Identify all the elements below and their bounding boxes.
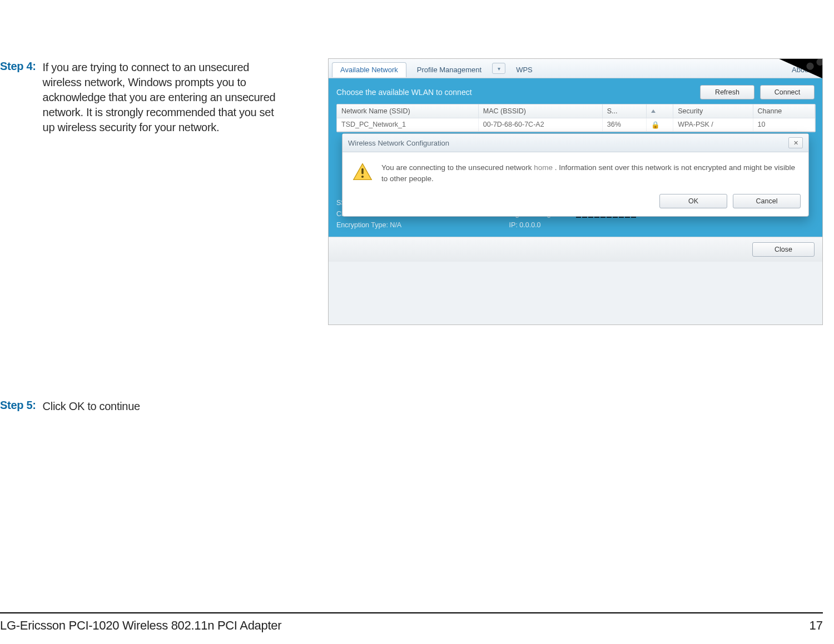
dialog-message: You are connecting to the unsecured netw… — [381, 162, 798, 185]
sort-asc-icon — [651, 109, 656, 113]
warning-icon — [353, 162, 373, 181]
ok-button[interactable]: OK — [659, 194, 727, 208]
dialog-title-text: Wireless Network Configuration — [348, 139, 449, 147]
dialog-titlebar: Wireless Network Configuration ✕ — [342, 134, 808, 152]
close-button[interactable]: Close — [752, 242, 815, 257]
cell-lock: 🔒 — [647, 118, 673, 131]
step-4-block: Step 4: If you are trying to connect to … — [0, 60, 287, 135]
screenshot-footer: Close — [329, 237, 822, 262]
info-encryption: Encryption Type: N/A — [336, 221, 496, 229]
svg-rect-1 — [361, 168, 364, 174]
cell-signal: 36% — [603, 118, 647, 131]
unsecured-network-dialog: Wireless Network Configuration ✕ You are… — [342, 133, 809, 217]
col-sort[interactable] — [647, 104, 673, 118]
tab-bar: Available Network Profile Management ▾ W… — [329, 59, 822, 78]
page-number: 17 — [810, 618, 823, 633]
tab-available-network[interactable]: Available Network — [332, 62, 406, 77]
table-header: Network Name (SSID) MAC (BSSID) S... Sec… — [337, 104, 815, 118]
tab-dropdown-icon[interactable]: ▾ — [492, 63, 505, 74]
step-5-text: Click OK to continue — [43, 399, 140, 414]
dialog-msg-network: home — [534, 163, 553, 172]
dialog-msg-prefix: You are connecting to the unsecured netw… — [381, 163, 534, 172]
svg-point-2 — [361, 176, 364, 178]
col-channel[interactable]: Channe — [753, 104, 815, 118]
step-4-label: Step 4: — [0, 60, 36, 73]
col-ssid[interactable]: Network Name (SSID) — [337, 104, 479, 118]
refresh-button[interactable]: Refresh — [700, 85, 754, 99]
panel-prompt: Choose the available WLAN to connect — [336, 88, 694, 97]
dialog-close-button[interactable]: ✕ — [788, 137, 803, 148]
footer-rule — [0, 612, 823, 613]
step-5-label: Step 5: — [0, 399, 36, 412]
cell-security: WPA-PSK / — [673, 118, 753, 131]
table-row[interactable]: TSD_PC_Network_1 00-7D-68-60-7C-A2 36% 🔒… — [337, 118, 815, 132]
footer-product: LG-Ericsson PCI-1020 Wireless 802.11n PC… — [0, 618, 281, 633]
tab-wps[interactable]: WPS — [508, 62, 541, 77]
col-security[interactable]: Security — [673, 104, 753, 118]
step-5-block: Step 5: Click OK to continue — [0, 399, 140, 414]
cell-mac: 00-7D-68-60-7C-A2 — [479, 118, 603, 131]
cancel-button[interactable]: Cancel — [733, 194, 801, 208]
col-signal[interactable]: S... — [603, 104, 647, 118]
connect-button[interactable]: Connect — [760, 85, 815, 99]
col-mac[interactable]: MAC (BSSID) — [479, 104, 603, 118]
info-ip: IP: 0.0.0.0 — [509, 221, 669, 229]
tab-profile-management[interactable]: Profile Management — [409, 62, 490, 77]
cell-ssid: TSD_PC_Network_1 — [337, 118, 479, 131]
cell-channel: 10 — [753, 118, 815, 131]
network-table: Network Name (SSID) MAC (BSSID) S... Sec… — [336, 104, 816, 132]
step-4-text: If you are trying to connect to an unsec… — [43, 60, 287, 135]
